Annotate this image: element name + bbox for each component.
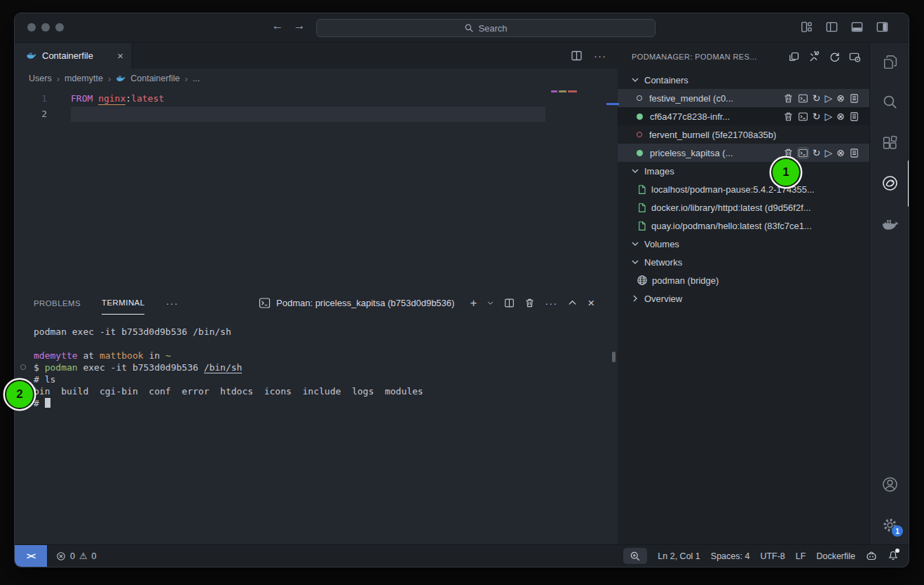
container-row-festive-mendel[interactable]: festive_mendel (c0... ↻ ▷ ⊗ — [618, 89, 869, 107]
split-editor-icon[interactable] — [571, 50, 583, 62]
section-containers[interactable]: Containers — [618, 71, 869, 89]
section-overview[interactable]: Overview — [618, 289, 869, 308]
delete-container-icon[interactable] — [783, 111, 794, 122]
eol-sequence[interactable]: LF — [796, 551, 806, 561]
indentation[interactable]: Spaces: 4 — [711, 551, 750, 561]
copilot-icon[interactable] — [866, 551, 877, 562]
restart-container-icon[interactable]: ↻ — [813, 93, 821, 103]
editor-tab-bar: Containerfile × ··· — [15, 43, 618, 69]
sidebar-title: PODMANAGER: PODMAN RES... — [632, 53, 788, 61]
network-row[interactable]: podman (bridge) — [618, 271, 869, 289]
toggle-panel-icon[interactable] — [850, 20, 864, 34]
terminal-output[interactable]: podman exec -it b753d0d9b536 /bin/sh mde… — [15, 315, 618, 544]
section-volumes[interactable]: Volumes — [618, 235, 869, 253]
tab-terminal[interactable]: TERMINAL — [102, 291, 144, 315]
breadcrumb-item[interactable]: ... — [193, 74, 200, 83]
docker-file-icon — [26, 50, 36, 61]
search-icon[interactable] — [870, 93, 909, 111]
start-container-icon[interactable]: ▷ — [824, 93, 832, 103]
terminal-cursor-line: # — [34, 397, 618, 409]
tools-icon[interactable] — [808, 51, 820, 63]
bottom-panel: PROBLEMS TERMINAL ··· Podman: priceless_… — [15, 291, 618, 544]
section-networks[interactable]: Networks — [618, 253, 869, 271]
minimize-window-button[interactable] — [41, 23, 50, 32]
restart-container-icon[interactable]: ↻ — [813, 148, 821, 158]
breadcrumb-item[interactable]: Containerfile — [130, 74, 179, 83]
breadcrumb-item[interactable]: Users — [29, 74, 52, 83]
error-count: 0 — [70, 551, 75, 561]
terminal-scrollbar[interactable] — [612, 352, 616, 362]
settings-gear-icon[interactable]: 1 — [870, 516, 909, 534]
active-view-indicator — [908, 160, 910, 207]
run-container-icon[interactable] — [849, 51, 861, 63]
code-editor[interactable]: 1 FROM nginx:latest 2 — [15, 88, 618, 291]
open-terminal-icon[interactable] — [798, 93, 808, 104]
container-row-priceless-kapitsa[interactable]: priceless_kapitsa (... ↻ ▷ ⊗ — [618, 144, 869, 162]
tab-close-icon[interactable]: × — [117, 50, 123, 62]
open-terminal-icon[interactable] — [798, 148, 808, 158]
open-terminal-icon[interactable] — [798, 111, 808, 122]
stop-container-icon[interactable]: ⊗ — [836, 111, 845, 121]
title-bar: ← → Search — [15, 13, 909, 43]
image-row[interactable]: quay.io/podman/hello:latest (83fc7ce1... — [618, 216, 869, 235]
breadcrumb-item[interactable]: mdemytte — [64, 74, 103, 83]
network-name: podman (bridge) — [652, 275, 869, 286]
maximize-panel-icon[interactable] — [567, 298, 578, 308]
notifications-bell-icon[interactable] — [888, 549, 899, 563]
extensions-icon[interactable] — [870, 134, 909, 151]
settings-badge: 1 — [892, 525, 903, 537]
split-terminal-icon[interactable] — [504, 298, 515, 308]
start-container-icon[interactable]: ▷ — [824, 111, 832, 121]
cursor-position[interactable]: Ln 2, Col 1 — [658, 551, 700, 561]
editor-more-actions-icon[interactable]: ··· — [594, 50, 606, 62]
language-mode[interactable]: Dockerfile — [816, 551, 855, 561]
terminal-dropdown-icon[interactable] — [487, 299, 494, 307]
image-name: localhost/podman-pause:5.4.2-174355... — [651, 184, 869, 195]
account-icon[interactable] — [870, 476, 909, 493]
container-name: priceless_kapitsa (... — [650, 148, 783, 158]
refresh-icon[interactable] — [829, 51, 841, 63]
forward-icon[interactable]: → — [291, 19, 308, 33]
terminal-more-actions-icon[interactable]: ··· — [545, 297, 557, 309]
podman-icon[interactable] — [870, 174, 909, 192]
image-row[interactable]: localhost/podman-pause:5.4.2-174355... — [618, 180, 869, 198]
kill-terminal-icon[interactable] — [524, 298, 535, 308]
zoom-status-icon[interactable] — [623, 548, 647, 564]
terminal-link[interactable]: /bin/sh — [204, 362, 243, 373]
container-logs-icon[interactable] — [849, 93, 860, 104]
encoding[interactable]: UTF-8 — [760, 551, 784, 561]
zoom-window-button[interactable] — [55, 23, 64, 32]
close-panel-icon[interactable]: × — [587, 296, 595, 310]
start-container-icon[interactable]: ▷ — [824, 148, 832, 158]
delete-container-icon[interactable] — [783, 93, 794, 104]
new-terminal-icon[interactable]: + — [470, 296, 477, 310]
terminal-title[interactable]: Podman: priceless_kapitsa (b753d0d9b536) — [276, 298, 454, 308]
remote-indicator[interactable]: >< — [15, 545, 47, 567]
stop-container-icon[interactable]: ⊗ — [836, 93, 845, 103]
problems-summary[interactable]: 0 ⚠ 0 — [56, 551, 97, 561]
section-images[interactable]: Images — [618, 162, 869, 180]
close-window-button[interactable] — [27, 23, 36, 32]
image-row[interactable]: docker.io/library/httpd:latest (d9d56f2f… — [618, 198, 869, 216]
tab-problems[interactable]: PROBLEMS — [34, 291, 81, 315]
container-logs-icon[interactable] — [849, 148, 860, 158]
tab-containerfile[interactable]: Containerfile × — [15, 43, 133, 69]
command-decoration-icon[interactable] — [20, 364, 26, 370]
docker-icon[interactable] — [870, 216, 909, 233]
toggle-primary-sidebar-icon[interactable] — [825, 20, 838, 34]
container-logs-icon[interactable] — [849, 111, 860, 122]
search-input[interactable]: Search — [316, 19, 655, 37]
collapse-all-icon[interactable] — [788, 51, 800, 63]
stop-container-icon[interactable]: ⊗ — [836, 148, 845, 158]
toggle-secondary-sidebar-icon[interactable] — [876, 20, 889, 34]
container-row-infra[interactable]: cf6a477c8238-infr... ↻ ▷ ⊗ — [618, 107, 869, 125]
restart-container-icon[interactable]: ↻ — [813, 111, 821, 121]
back-icon[interactable]: ← — [269, 19, 286, 33]
traffic-lights — [27, 23, 64, 32]
customize-layout-icon[interactable] — [800, 20, 813, 34]
explorer-icon[interactable] — [870, 53, 909, 71]
container-row-fervent-burnell[interactable]: fervent_burnell (5fe21708a35b) — [618, 125, 869, 144]
delete-container-icon[interactable] — [783, 148, 794, 158]
code-line: FROM nginx:latest — [47, 91, 164, 106]
panel-more-tabs-icon[interactable]: ··· — [165, 297, 178, 309]
